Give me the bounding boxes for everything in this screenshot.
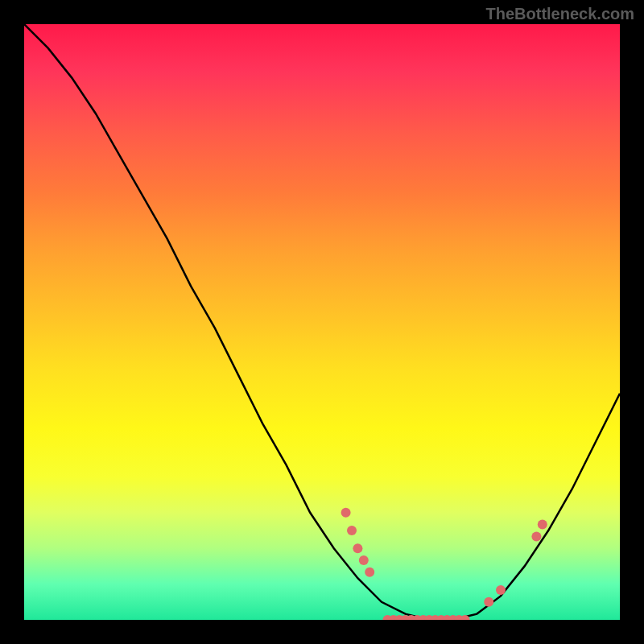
data-marker — [531, 531, 541, 541]
data-marker — [347, 526, 357, 535]
attribution-text: TheBottleneck.com — [486, 5, 634, 23]
chart-svg — [24, 24, 620, 620]
data-marker — [353, 543, 362, 553]
data-marker — [359, 555, 369, 565]
data-marker — [365, 568, 374, 577]
chart-plot-area — [24, 24, 620, 620]
data-marker — [484, 597, 493, 607]
data-markers — [341, 508, 547, 620]
data-marker — [538, 520, 547, 530]
data-marker — [496, 585, 506, 595]
bottleneck-curve — [24, 24, 620, 620]
data-marker — [341, 508, 351, 518]
